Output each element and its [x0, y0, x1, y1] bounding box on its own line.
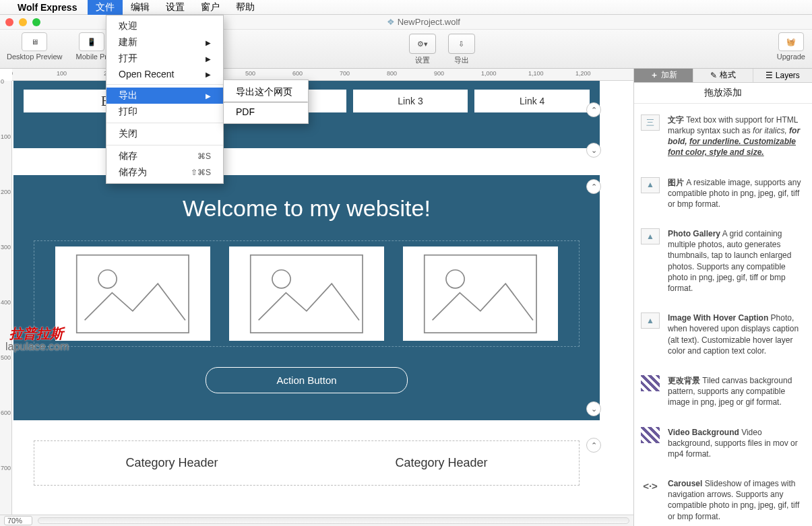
component-title: Image With Hover Caption — [668, 313, 768, 323]
submenu-item[interactable]: 导出这个网页 — [224, 83, 308, 102]
component-item[interactable]: ▲Image With Hover Caption Photo, when ho… — [641, 306, 805, 368]
menu-item[interactable]: Open Recent▶ — [106, 67, 223, 81]
chevron-down-icon[interactable]: ⌄ — [586, 143, 601, 158]
category-header[interactable]: Category Header — [51, 447, 293, 480]
menu-item[interactable]: 导出▶ — [106, 88, 223, 104]
category-section[interactable]: ⌃ Category Header Category Header — [13, 440, 600, 486]
submenu-item[interactable]: PDF — [224, 103, 308, 121]
component-item[interactable]: 三文字 Text box with support for HTML marku… — [641, 108, 805, 170]
component-item[interactable]: ▲Photo Gallery A grid containing multipl… — [641, 222, 805, 306]
zoom-select[interactable]: 70% — [4, 516, 32, 525]
pattern-icon — [641, 427, 660, 443]
svg-point-1 — [98, 269, 117, 288]
nav-link[interactable]: Link 4 — [474, 89, 590, 113]
upgrade-button[interactable]: 🧺 Upgrade — [777, 32, 805, 61]
menu-settings[interactable]: 设置 — [158, 0, 193, 15]
desktop-preview-button[interactable]: 🖥 Desktop Preview — [7, 32, 63, 61]
image-icon: ▲ — [641, 228, 660, 244]
page-canvas[interactable]: Brand Link 2 Link 3 Link 4 ⌃ ⌄ ⌃ Welcome… — [13, 81, 600, 486]
component-desc: Text box with support for HTML markup sy… — [668, 115, 800, 158]
minimize-icon[interactable] — [19, 18, 27, 26]
tab-label: 加新 — [661, 69, 677, 81]
menu-window[interactable]: 窗户 — [193, 0, 228, 15]
chevron-up-icon[interactable]: ⌃ — [586, 179, 601, 194]
placeholder-image[interactable] — [55, 246, 210, 341]
export-button[interactable]: ⇩ 导出 — [448, 34, 475, 65]
action-button[interactable]: Action Button — [206, 367, 408, 393]
component-item[interactable]: <·>Carousel Slideshow of images with nav… — [641, 471, 805, 526]
placeholder-image[interactable] — [229, 246, 384, 341]
carousel-icon: <·> — [641, 478, 660, 494]
mobile-preview-button[interactable]: 📱 Mobile Pr — [76, 32, 107, 61]
image-row[interactable] — [34, 240, 580, 347]
export-submenu: 导出这个网页PDF — [223, 79, 309, 124]
hero-section[interactable]: ⌃ Welcome to my website! Action Button ⌄ — [13, 175, 600, 420]
component-item[interactable]: ▲图片 A resizable image, supports any comp… — [641, 170, 805, 222]
toolbar-label: Desktop Preview — [7, 53, 63, 61]
menu-item[interactable]: 欢迎 — [106, 18, 223, 34]
menu-item[interactable]: 建新▶ — [106, 34, 223, 51]
menu-item[interactable]: 打印 — [106, 104, 223, 120]
panel-subtitle: 拖放添加 — [634, 83, 812, 104]
watermark: lapulace.com — [5, 341, 69, 353]
menu-item[interactable]: 储存⌘S — [106, 148, 223, 164]
chevron-up-icon[interactable]: ⌃ — [586, 438, 601, 453]
app-name[interactable]: Wolf Express — [18, 2, 77, 13]
chevron-up-icon[interactable]: ⌃ — [586, 102, 601, 117]
tab-layers[interactable]: ☰Layers — [753, 69, 812, 82]
mac-menubar: Wolf Express 文件 编辑 设置 窗户 帮助 — [0, 0, 812, 15]
close-icon[interactable] — [5, 18, 13, 26]
placeholder-image[interactable] — [403, 246, 558, 341]
image-icon: ▲ — [641, 313, 660, 329]
tab-label: Layers — [776, 71, 800, 80]
tab-add[interactable]: ＋加新 — [634, 69, 693, 82]
toolbar-label: Mobile Pr — [76, 53, 107, 61]
export-icon: ⇩ — [448, 34, 475, 54]
component-list: 三文字 Text box with support for HTML marku… — [634, 104, 812, 526]
text-icon: 三 — [641, 114, 660, 131]
canvas-area: 01002003004005006007008009001,0001,1001,… — [0, 69, 633, 515]
menu-item[interactable]: 储存为⇧⌘S — [106, 164, 223, 180]
layers-icon: ☰ — [766, 71, 773, 80]
component-item[interactable]: 更改背景 Tiled canvas background pattern, su… — [641, 368, 805, 420]
gear-icon: ⚙︎▾ — [409, 34, 436, 54]
category-header[interactable]: Category Header — [320, 447, 563, 480]
component-title: 更改背景 — [668, 376, 700, 385]
menu-item[interactable]: 关闭 — [106, 126, 223, 142]
component-title: Photo Gallery — [668, 229, 720, 238]
tab-format[interactable]: ✎格式 — [693, 69, 753, 82]
toolbar-label: 导出 — [448, 55, 475, 65]
watermark: 拉普拉斯 — [9, 325, 63, 343]
menu-file[interactable]: 文件 — [88, 0, 123, 15]
hero-title[interactable]: Welcome to my website! — [34, 195, 580, 222]
status-bar: 70% — [0, 515, 633, 526]
toolbar-label: 设置 — [409, 55, 436, 65]
basket-icon: 🧺 — [778, 32, 804, 51]
component-title: 文字 — [668, 115, 684, 125]
component-desc: A resizable image, supports any compatib… — [668, 178, 801, 209]
component-title: 图片 — [668, 178, 684, 187]
component-item[interactable]: Video Background Video background, suppo… — [641, 420, 805, 472]
component-title: Carousel — [668, 479, 702, 488]
tab-label: 格式 — [720, 69, 736, 81]
horizontal-scrollbar[interactable] — [38, 517, 629, 524]
mobile-icon: 📱 — [79, 32, 104, 51]
pencil-icon: ✎ — [710, 71, 717, 80]
zoom-icon[interactable] — [32, 18, 40, 26]
right-panel: ＋加新 ✎格式 ☰Layers 拖放添加 三文字 Text box with s… — [633, 69, 812, 526]
menu-item[interactable]: 打开▶ — [106, 51, 223, 67]
chevron-down-icon[interactable]: ⌄ — [586, 401, 601, 416]
menu-edit[interactable]: 编辑 — [123, 0, 158, 15]
svg-point-5 — [446, 269, 464, 288]
component-title: Video Background — [668, 428, 739, 437]
ruler-vertical: 0100200300400500600700800 — [0, 81, 12, 515]
nav-link[interactable]: Link 3 — [352, 89, 469, 113]
stage[interactable]: Brand Link 2 Link 3 Link 4 ⌃ ⌄ ⌃ Welcome… — [12, 81, 620, 515]
svg-point-3 — [272, 269, 290, 288]
settings-button[interactable]: ⚙︎▾ 设置 — [409, 34, 436, 65]
pattern-icon — [641, 375, 660, 391]
window-title-text: NewProject.wolf — [398, 17, 460, 27]
menu-help[interactable]: 帮助 — [228, 0, 263, 15]
svg-rect-2 — [251, 255, 363, 332]
plus-icon: ＋ — [650, 69, 658, 81]
